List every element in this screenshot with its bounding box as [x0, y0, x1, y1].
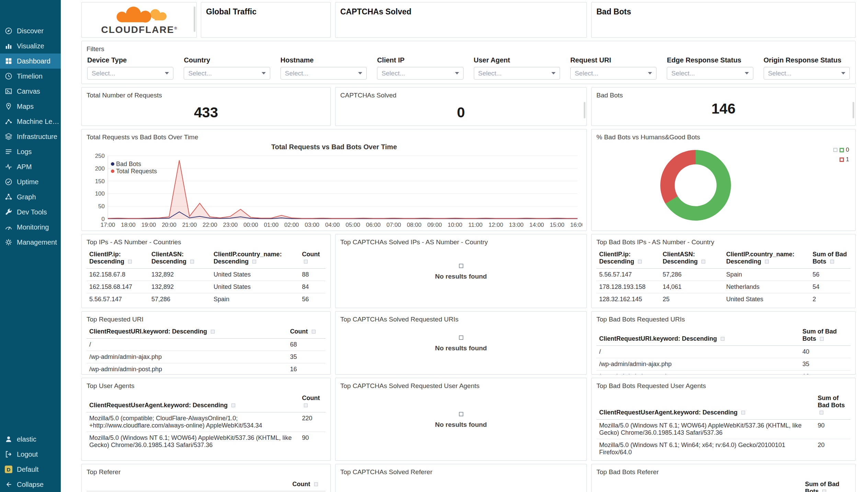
- legend-item-total-requests[interactable]: Total Requests: [111, 168, 157, 175]
- svg-text:22:00: 22:00: [203, 222, 217, 228]
- svg-text:09:00: 09:00: [427, 222, 442, 228]
- cloudflare-logo: CLOUDFLARE®: [101, 5, 177, 35]
- table-cell: United States: [211, 269, 299, 281]
- column-header[interactable]: Sum of Bad Bots: [810, 248, 850, 269]
- column-header-label: ClientIP.country_name: Descending: [726, 251, 795, 265]
- metric-title: CAPTCHAs Solved: [340, 92, 582, 99]
- sidebar-item-timelion[interactable]: Timelion: [0, 69, 61, 84]
- captchas-heading: CAPTCHAs Solved: [340, 7, 582, 16]
- svg-text:00:00: 00:00: [243, 222, 258, 228]
- sidebar-item-logout[interactable]: Logout: [0, 447, 61, 462]
- filter-select-hostname[interactable]: Select...: [281, 67, 367, 80]
- donut-chart[interactable]: [660, 150, 731, 221]
- panel-bad-bots-heading: Bad Bots: [591, 2, 856, 38]
- time-series-chart[interactable]: 05010015020025017:0018:0019:0020:0021:00…: [87, 152, 582, 231]
- sidebar-item-label: APM: [17, 163, 32, 171]
- bad-bot-uri-table: ClientRequestURI.keyword: Descending Sum…: [596, 325, 850, 375]
- filter-select-edge-response-status[interactable]: Select...: [667, 67, 753, 80]
- column-header[interactable]: Sum of Bad Bots: [800, 325, 850, 346]
- sort-icon: [820, 337, 824, 341]
- table-header-row: ClientIP.ip: Descending ClientASN: Desce…: [596, 248, 850, 269]
- filter-select-user-agent[interactable]: Select...: [474, 67, 560, 80]
- sidebar-item-logs[interactable]: Logs: [0, 144, 61, 159]
- sidebar-item-collapse[interactable]: Collapse: [0, 477, 61, 492]
- column-header[interactable]: Sum of Bad Bots: [802, 478, 850, 492]
- legend-item-bad-bots[interactable]: Bad Bots: [111, 161, 141, 167]
- table-header-row: ClientRequestURI.keyword: Descending Sum…: [596, 325, 850, 346]
- sort-icon: [820, 411, 823, 414]
- filter-select-device-type[interactable]: Select...: [87, 67, 173, 80]
- column-header[interactable]: ClientIP.country_name: Descending: [723, 248, 810, 269]
- column-header[interactable]: Count: [287, 325, 326, 339]
- sidebar-item-canvas[interactable]: Canvas: [0, 84, 61, 99]
- sidebar-item-uptime[interactable]: Uptime: [0, 174, 61, 189]
- sidebar-item-graph[interactable]: Graph: [0, 189, 61, 204]
- sort-icon: [252, 260, 256, 263]
- table-header-row: ClientIP.ip: Descending ClientASN: Desce…: [87, 248, 326, 269]
- column-header[interactable]: Sum of Bad Bots: [815, 392, 850, 420]
- column-header[interactable]: ClientRequestURI.keyword: Descending: [87, 325, 287, 339]
- select-placeholder: Select...: [285, 70, 309, 77]
- table-cell: /wp-admin/admin-post.php: [596, 371, 800, 375]
- table-panel-title: Top CAPTCHAs Solved Requested User Agent…: [340, 382, 582, 390]
- table-cell: 162.158.67.8: [87, 269, 149, 281]
- table-row: 5.56.57.14757,286Spain56: [87, 293, 326, 306]
- sidebar-item-management[interactable]: Management: [0, 235, 61, 250]
- filter-select-country[interactable]: Select...: [184, 67, 270, 80]
- sidebar-item-label: Collapse: [17, 481, 44, 489]
- sidebar-item-infrastructure[interactable]: Infrastructure: [0, 129, 61, 144]
- filter-label: Hostname: [281, 56, 367, 64]
- table-header-row: ClientRequestURI.keyword: Descending Cou…: [87, 325, 326, 339]
- column-header[interactable]: ClientIP.ip: Descending: [87, 248, 149, 269]
- legend-item-1[interactable]: 1: [833, 156, 849, 163]
- filter-label: Country: [184, 56, 270, 64]
- table-cell: Netherlands: [723, 281, 810, 293]
- sidebar-item-machine-le[interactable]: Machine Le…: [0, 114, 61, 129]
- table-panel-title: Top IPs - AS Number - Countries: [87, 238, 326, 246]
- sidebar-item-elastic[interactable]: elastic: [0, 432, 61, 447]
- filter-select-request-uri[interactable]: Select...: [570, 67, 656, 80]
- column-header[interactable]: ClientIP.country_name: Descending: [211, 248, 299, 269]
- chevron-down-icon: [551, 72, 556, 74]
- filter-label: Device Type: [87, 56, 173, 64]
- chevron-down-icon: [165, 72, 169, 74]
- filter-select-origin-response-status[interactable]: Select...: [764, 67, 850, 80]
- legend-toggle-icon[interactable]: [833, 148, 837, 152]
- table-row: Mozilla/5.0 (Windows NT 6.1; WOW64) Appl…: [596, 420, 850, 439]
- filter-label: User Agent: [474, 56, 560, 64]
- table-row: /68: [87, 339, 326, 351]
- column-header[interactable]: ClientRequestURI.keyword: Descending: [596, 325, 800, 346]
- donut-panel-title: % Bad Bots vs Humans&Good Bots: [596, 133, 850, 141]
- sidebar-item-dev-tools[interactable]: Dev Tools: [0, 204, 61, 220]
- column-header[interactable]: Count: [290, 478, 326, 491]
- sidebar-item-label: Default: [17, 466, 38, 473]
- select-placeholder: Select...: [188, 70, 212, 77]
- top-uri-table: ClientRequestURI.keyword: Descending Cou…: [87, 325, 326, 375]
- table-panel-title: Top Bad Bots IPs - AS Number - Country: [596, 238, 850, 246]
- sidebar-item-monitoring[interactable]: Monitoring: [0, 220, 61, 235]
- column-header[interactable]: ClientASN: Descending: [660, 248, 723, 269]
- sidebar-item-apm[interactable]: APM: [0, 159, 61, 174]
- table-cell: Mozilla/5.0 (Windows NT 6.1; Win64; x64;…: [596, 439, 815, 459]
- table-cell: 54: [810, 281, 850, 293]
- column-header[interactable]: ClientRequestUserAgent.keyword: Descendi…: [87, 392, 299, 412]
- column-header[interactable]: Count: [299, 392, 326, 412]
- sort-icon: [638, 260, 642, 263]
- sidebar-item-maps[interactable]: Maps: [0, 99, 61, 114]
- column-header[interactable]: ClientIP.ip: Descending: [596, 248, 660, 269]
- sidebar-item-visualize[interactable]: Visualize: [0, 38, 61, 54]
- column-header[interactable]: ClientASN: Descending: [149, 248, 211, 269]
- data-table: ClientIP.ip: Descending ClientASN: Desce…: [87, 248, 326, 305]
- panel-cloudflare-logo: CLOUDFLARE®: [81, 2, 197, 38]
- management-icon: [5, 238, 12, 246]
- sidebar-item-label: Monitoring: [17, 223, 49, 231]
- table-cell: /: [87, 339, 287, 351]
- svg-text:Bad Bots: Bad Bots: [116, 161, 141, 167]
- sidebar-item-default[interactable]: DDefault: [0, 462, 61, 477]
- column-header[interactable]: ClientRequestUserAgent.keyword: Descendi…: [596, 392, 815, 420]
- filter-select-client-ip[interactable]: Select...: [377, 67, 463, 80]
- sidebar-item-discover[interactable]: Discover: [0, 23, 61, 38]
- column-header[interactable]: Count: [299, 248, 326, 269]
- legend-item-0[interactable]: 0: [833, 147, 849, 153]
- sidebar-item-dashboard[interactable]: Dashboard: [0, 54, 61, 69]
